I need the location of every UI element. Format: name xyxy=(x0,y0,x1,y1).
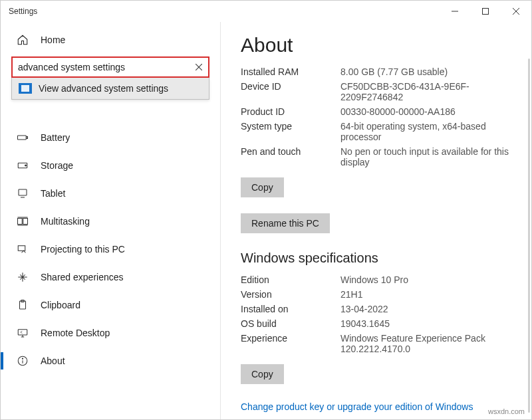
sidebar-item-label: Shared experiences xyxy=(41,272,124,282)
storage-icon xyxy=(17,159,29,171)
change-product-key-link[interactable]: Change product key or upgrade your editi… xyxy=(241,401,511,412)
home-link[interactable]: Home xyxy=(1,27,220,52)
svg-point-10 xyxy=(25,165,27,166)
windows-specs-heading: Windows specifications xyxy=(241,251,511,266)
copy-device-specs-button[interactable]: Copy xyxy=(241,177,284,197)
nav-list: Battery Storage Tablet Multitasking Proj… xyxy=(1,124,220,375)
svg-rect-1 xyxy=(483,9,489,15)
watermark: wsxdn.com xyxy=(488,407,525,415)
close-button[interactable] xyxy=(501,1,531,22)
spec-row: ExperienceWindows Feature Experience Pac… xyxy=(241,331,511,356)
spec-row: Installed RAM8.00 GB (7.77 GB usable) xyxy=(241,64,511,79)
sidebar-item-label: Battery xyxy=(41,132,70,143)
projecting-icon xyxy=(17,243,29,255)
about-icon xyxy=(17,355,29,367)
spec-row: Version21H1 xyxy=(241,287,511,302)
sidebar-item-label: Clipboard xyxy=(41,300,80,310)
remote-desktop-icon xyxy=(17,327,29,339)
sidebar-item-label: Projecting to this PC xyxy=(41,244,125,255)
spec-row: Device IDCF50DCBB-3CD6-431A-9E6F-2209F27… xyxy=(241,79,511,104)
spec-row: EditionWindows 10 Pro xyxy=(241,272,511,287)
maximize-button[interactable] xyxy=(470,1,501,22)
sidebar-item-tablet[interactable]: Tablet xyxy=(1,179,220,207)
svg-rect-7 xyxy=(18,136,27,140)
suggestion-label: View advanced system settings xyxy=(39,83,168,94)
windows-specs: EditionWindows 10 Pro Version21H1 Instal… xyxy=(241,272,511,356)
sidebar-item-remote-desktop[interactable]: Remote Desktop xyxy=(1,319,220,347)
search-suggestion[interactable]: View advanced system settings xyxy=(11,78,209,100)
window-controls xyxy=(440,1,531,22)
sidebar: Home View advanced system settings Batte… xyxy=(1,22,220,419)
sidebar-item-label: Remote Desktop xyxy=(41,328,110,338)
spec-row: Installed on13-04-2022 xyxy=(241,302,511,316)
sidebar-item-projecting[interactable]: Projecting to this PC xyxy=(1,235,220,263)
tablet-icon xyxy=(17,187,29,199)
svg-point-23 xyxy=(22,358,23,359)
window-title: Settings xyxy=(9,7,440,16)
clear-search-icon[interactable] xyxy=(192,60,205,74)
svg-rect-14 xyxy=(23,219,28,225)
sidebar-item-battery[interactable]: Battery xyxy=(1,124,220,152)
rename-pc-button[interactable]: Rename this PC xyxy=(241,213,330,233)
sidebar-item-shared-experiences[interactable]: Shared experiences xyxy=(1,263,220,291)
svg-rect-13 xyxy=(18,219,23,225)
sidebar-item-clipboard[interactable]: Clipboard xyxy=(1,291,220,319)
spec-row: System type64-bit operating system, x64-… xyxy=(241,119,511,144)
copy-windows-specs-button[interactable]: Copy xyxy=(241,364,284,384)
battery-icon xyxy=(17,132,29,144)
page-title: About xyxy=(241,34,511,56)
main-content: About Installed RAM8.00 GB (7.77 GB usab… xyxy=(220,22,531,419)
svg-rect-20 xyxy=(18,330,27,335)
sidebar-item-storage[interactable]: Storage xyxy=(1,152,220,179)
svg-rect-11 xyxy=(19,189,27,195)
multitasking-icon xyxy=(17,215,29,227)
spec-row: Pen and touchNo pen or touch input is av… xyxy=(241,144,511,169)
scrollbar[interactable] xyxy=(528,58,530,413)
sidebar-item-label: About xyxy=(41,356,65,366)
sidebar-item-label: Multitasking xyxy=(41,216,90,227)
sidebar-item-multitasking[interactable]: Multitasking xyxy=(1,207,220,235)
sidebar-item-label: Storage xyxy=(41,160,73,171)
svg-rect-17 xyxy=(18,246,25,251)
device-specs: Installed RAM8.00 GB (7.77 GB usable) De… xyxy=(241,64,511,169)
home-label: Home xyxy=(41,35,65,45)
sidebar-item-about[interactable]: About xyxy=(1,347,220,375)
titlebar: Settings xyxy=(1,1,531,22)
minimize-button[interactable] xyxy=(440,1,470,22)
svg-rect-6 xyxy=(21,85,29,92)
control-panel-icon xyxy=(19,83,32,94)
shared-experiences-icon xyxy=(17,271,29,283)
home-icon xyxy=(17,34,29,46)
clipboard-icon xyxy=(17,299,29,311)
search-box xyxy=(11,56,209,78)
spec-row: OS build19043.1645 xyxy=(241,316,511,331)
spec-row: Product ID00330-80000-00000-AA186 xyxy=(241,104,511,119)
search-input[interactable] xyxy=(11,56,209,78)
svg-rect-8 xyxy=(27,137,28,139)
sidebar-item-label: Tablet xyxy=(41,188,65,199)
